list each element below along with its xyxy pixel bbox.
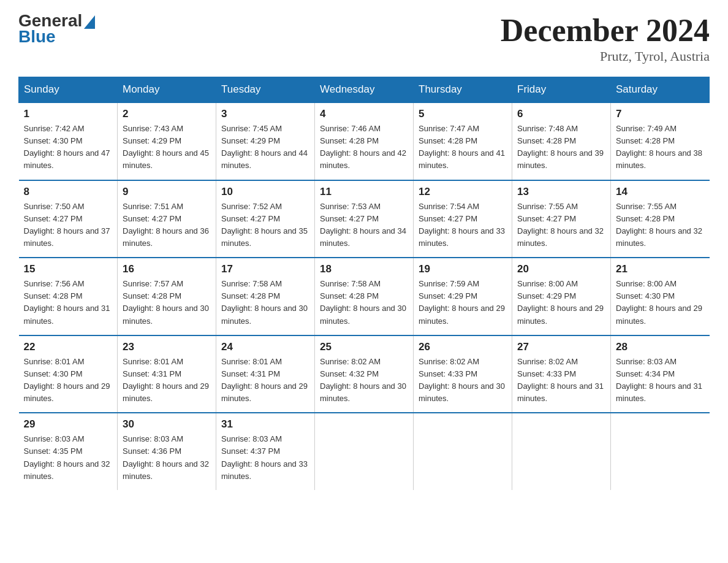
- title-block: December 2024 Prutz, Tyrol, Austria: [501, 12, 710, 64]
- calendar-cell: 10 Sunrise: 7:52 AMSunset: 4:27 PMDaylig…: [216, 180, 315, 258]
- calendar-cell: 8 Sunrise: 7:50 AMSunset: 4:27 PMDayligh…: [19, 180, 118, 258]
- day-info: Sunrise: 8:03 AMSunset: 4:36 PMDaylight:…: [123, 434, 209, 480]
- day-info: Sunrise: 7:47 AMSunset: 4:28 PMDaylight:…: [419, 124, 505, 170]
- day-info: Sunrise: 7:59 AMSunset: 4:29 PMDaylight:…: [419, 279, 505, 325]
- logo-triangle-icon: [84, 15, 95, 29]
- day-number: 26: [419, 341, 507, 353]
- day-info: Sunrise: 7:56 AMSunset: 4:28 PMDaylight:…: [24, 279, 110, 325]
- calendar-cell: 17 Sunrise: 7:58 AMSunset: 4:28 PMDaylig…: [216, 258, 315, 335]
- day-info: Sunrise: 7:49 AMSunset: 4:28 PMDaylight:…: [616, 124, 702, 170]
- calendar-cell: 16 Sunrise: 7:57 AMSunset: 4:28 PMDaylig…: [118, 258, 216, 335]
- day-number: 20: [517, 263, 605, 275]
- calendar-cell: 23 Sunrise: 8:01 AMSunset: 4:31 PMDaylig…: [118, 335, 216, 413]
- calendar-cell: 24 Sunrise: 8:01 AMSunset: 4:31 PMDaylig…: [216, 335, 315, 413]
- day-info: Sunrise: 7:42 AMSunset: 4:30 PMDaylight:…: [24, 124, 110, 170]
- calendar-cell: [414, 413, 512, 490]
- day-info: Sunrise: 7:48 AMSunset: 4:28 PMDaylight:…: [517, 124, 604, 170]
- day-info: Sunrise: 8:03 AMSunset: 4:37 PMDaylight:…: [221, 434, 308, 480]
- day-info: Sunrise: 8:02 AMSunset: 4:33 PMDaylight:…: [517, 357, 604, 403]
- day-number: 9: [123, 186, 211, 198]
- day-number: 11: [320, 186, 408, 198]
- column-header-saturday: Saturday: [611, 77, 710, 103]
- column-header-thursday: Thursday: [414, 77, 512, 103]
- calendar-cell: 30 Sunrise: 8:03 AMSunset: 4:36 PMDaylig…: [118, 413, 216, 490]
- day-number: 16: [123, 263, 211, 275]
- calendar-cell: [611, 413, 710, 490]
- day-info: Sunrise: 7:43 AMSunset: 4:29 PMDaylight:…: [123, 124, 209, 170]
- day-info: Sunrise: 7:55 AMSunset: 4:28 PMDaylight:…: [616, 202, 702, 248]
- day-number: 3: [221, 108, 309, 120]
- calendar-cell: 18 Sunrise: 7:58 AMSunset: 4:28 PMDaylig…: [315, 258, 414, 335]
- column-header-sunday: Sunday: [19, 77, 118, 103]
- calendar-week-row: 22 Sunrise: 8:01 AMSunset: 4:30 PMDaylig…: [19, 335, 710, 413]
- calendar-cell: 5 Sunrise: 7:47 AMSunset: 4:28 PMDayligh…: [414, 102, 512, 180]
- day-info: Sunrise: 7:54 AMSunset: 4:27 PMDaylight:…: [419, 202, 505, 248]
- calendar-cell: 22 Sunrise: 8:01 AMSunset: 4:30 PMDaylig…: [19, 335, 118, 413]
- day-info: Sunrise: 7:45 AMSunset: 4:29 PMDaylight:…: [221, 124, 308, 170]
- day-info: Sunrise: 7:55 AMSunset: 4:27 PMDaylight:…: [517, 202, 604, 248]
- day-number: 12: [419, 186, 507, 198]
- calendar-cell: 20 Sunrise: 8:00 AMSunset: 4:29 PMDaylig…: [512, 258, 611, 335]
- calendar-cell: 12 Sunrise: 7:54 AMSunset: 4:27 PMDaylig…: [414, 180, 512, 258]
- day-number: 27: [517, 341, 605, 353]
- calendar-header-row: SundayMondayTuesdayWednesdayThursdayFrid…: [19, 77, 710, 103]
- calendar-week-row: 29 Sunrise: 8:03 AMSunset: 4:35 PMDaylig…: [19, 413, 710, 490]
- calendar-table: SundayMondayTuesdayWednesdayThursdayFrid…: [18, 77, 710, 490]
- day-number: 1: [24, 108, 113, 120]
- day-number: 24: [221, 341, 309, 353]
- day-info: Sunrise: 8:03 AMSunset: 4:35 PMDaylight:…: [24, 434, 110, 480]
- calendar-cell: 28 Sunrise: 8:03 AMSunset: 4:34 PMDaylig…: [611, 335, 710, 413]
- calendar-cell: 3 Sunrise: 7:45 AMSunset: 4:29 PMDayligh…: [216, 102, 315, 180]
- calendar-cell: 13 Sunrise: 7:55 AMSunset: 4:27 PMDaylig…: [512, 180, 611, 258]
- day-number: 5: [419, 108, 507, 120]
- day-number: 15: [24, 263, 113, 275]
- column-header-friday: Friday: [512, 77, 611, 103]
- calendar-cell: 2 Sunrise: 7:43 AMSunset: 4:29 PMDayligh…: [118, 102, 216, 180]
- calendar-cell: 15 Sunrise: 7:56 AMSunset: 4:28 PMDaylig…: [19, 258, 118, 335]
- day-number: 2: [123, 108, 211, 120]
- day-number: 10: [221, 186, 309, 198]
- calendar-cell: 26 Sunrise: 8:02 AMSunset: 4:33 PMDaylig…: [414, 335, 512, 413]
- day-number: 13: [517, 186, 605, 198]
- day-number: 4: [320, 108, 408, 120]
- calendar-cell: 27 Sunrise: 8:02 AMSunset: 4:33 PMDaylig…: [512, 335, 611, 413]
- day-info: Sunrise: 7:50 AMSunset: 4:27 PMDaylight:…: [24, 202, 110, 248]
- day-number: 7: [616, 108, 705, 120]
- calendar-cell: 1 Sunrise: 7:42 AMSunset: 4:30 PMDayligh…: [19, 102, 118, 180]
- day-info: Sunrise: 7:46 AMSunset: 4:28 PMDaylight:…: [320, 124, 406, 170]
- day-info: Sunrise: 8:00 AMSunset: 4:29 PMDaylight:…: [517, 279, 604, 325]
- day-number: 6: [517, 108, 605, 120]
- calendar-cell: 4 Sunrise: 7:46 AMSunset: 4:28 PMDayligh…: [315, 102, 414, 180]
- calendar-cell: [512, 413, 611, 490]
- day-info: Sunrise: 8:03 AMSunset: 4:34 PMDaylight:…: [616, 357, 702, 403]
- day-info: Sunrise: 7:51 AMSunset: 4:27 PMDaylight:…: [123, 202, 209, 248]
- calendar-cell: 31 Sunrise: 8:03 AMSunset: 4:37 PMDaylig…: [216, 413, 315, 490]
- calendar-cell: 11 Sunrise: 7:53 AMSunset: 4:27 PMDaylig…: [315, 180, 414, 258]
- day-info: Sunrise: 7:57 AMSunset: 4:28 PMDaylight:…: [123, 279, 209, 325]
- calendar-cell: 29 Sunrise: 8:03 AMSunset: 4:35 PMDaylig…: [19, 413, 118, 490]
- day-number: 8: [24, 186, 113, 198]
- calendar-cell: 6 Sunrise: 7:48 AMSunset: 4:28 PMDayligh…: [512, 102, 611, 180]
- column-header-wednesday: Wednesday: [315, 77, 414, 103]
- day-info: Sunrise: 8:01 AMSunset: 4:31 PMDaylight:…: [221, 357, 308, 403]
- calendar-cell: 21 Sunrise: 8:00 AMSunset: 4:30 PMDaylig…: [611, 258, 710, 335]
- calendar-cell: 9 Sunrise: 7:51 AMSunset: 4:27 PMDayligh…: [118, 180, 216, 258]
- day-number: 18: [320, 263, 408, 275]
- calendar-week-row: 1 Sunrise: 7:42 AMSunset: 4:30 PMDayligh…: [19, 102, 710, 180]
- location-subtitle: Prutz, Tyrol, Austria: [501, 48, 710, 64]
- day-info: Sunrise: 7:53 AMSunset: 4:27 PMDaylight:…: [320, 202, 406, 248]
- day-info: Sunrise: 7:58 AMSunset: 4:28 PMDaylight:…: [221, 279, 308, 325]
- day-info: Sunrise: 8:02 AMSunset: 4:33 PMDaylight:…: [419, 357, 505, 403]
- day-info: Sunrise: 8:00 AMSunset: 4:30 PMDaylight:…: [616, 279, 702, 325]
- page-header: General Blue December 2024 Prutz, Tyrol,…: [18, 12, 710, 64]
- day-number: 29: [24, 418, 113, 431]
- day-info: Sunrise: 8:02 AMSunset: 4:32 PMDaylight:…: [320, 357, 406, 403]
- calendar-week-row: 8 Sunrise: 7:50 AMSunset: 4:27 PMDayligh…: [19, 180, 710, 258]
- day-info: Sunrise: 8:01 AMSunset: 4:31 PMDaylight:…: [123, 357, 209, 403]
- day-number: 31: [221, 418, 309, 431]
- calendar-week-row: 15 Sunrise: 7:56 AMSunset: 4:28 PMDaylig…: [19, 258, 710, 335]
- logo-blue-text: Blue: [18, 28, 56, 45]
- day-info: Sunrise: 7:58 AMSunset: 4:28 PMDaylight:…: [320, 279, 406, 325]
- day-number: 21: [616, 263, 705, 275]
- column-header-tuesday: Tuesday: [216, 77, 315, 103]
